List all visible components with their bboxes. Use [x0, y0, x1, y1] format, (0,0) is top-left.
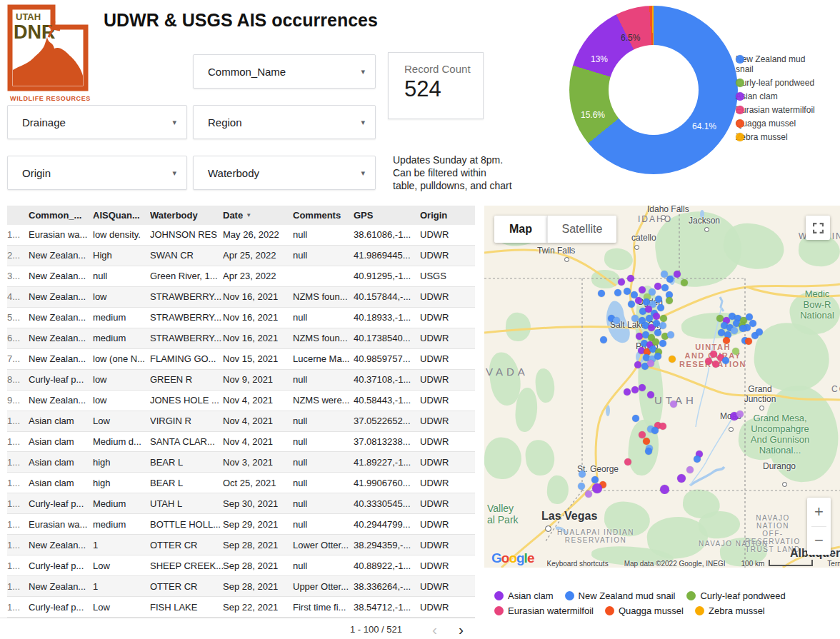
map-data-point[interactable]: [591, 476, 599, 483]
column-header[interactable]: Date▼: [223, 210, 293, 221]
map-data-point[interactable]: [643, 438, 650, 445]
filter-common-name[interactable]: Common_Name ▾: [193, 54, 376, 89]
donut-legend-item[interactable]: Eurasian watermilfoil: [736, 105, 840, 115]
map-data-point[interactable]: [667, 331, 674, 338]
table-row[interactable]: 8...Curly-leaf p...lowGREEN RNov 9, 2021…: [7, 370, 475, 391]
map-data-point[interactable]: [669, 356, 676, 363]
map-data-point[interactable]: [749, 320, 756, 327]
column-header[interactable]: Common_...: [29, 210, 93, 221]
map-data-point[interactable]: [600, 336, 607, 343]
map-data-point[interactable]: [585, 490, 592, 498]
map-data-point[interactable]: [657, 304, 664, 311]
map-data-point[interactable]: [646, 315, 653, 322]
table-row[interactable]: 1...Eurasian wa...mediumBOTTLE HOLL...Se…: [7, 514, 475, 535]
table-row[interactable]: 1...New Zealan...1OTTER CRSep 28, 2021Up…: [7, 576, 475, 597]
map-data-point[interactable]: [639, 384, 646, 391]
occurrences-map[interactable]: IDAHOIdaho FallsJacksoncatelloTwin Falls…: [484, 206, 840, 568]
map-data-point[interactable]: [732, 348, 739, 355]
map-data-point[interactable]: [618, 278, 625, 286]
map-data-point[interactable]: [670, 401, 677, 408]
map-data-point[interactable]: [756, 328, 763, 336]
donut-legend-item[interactable]: Zebra mussel: [736, 132, 840, 142]
map-zoom-control[interactable]: + −: [807, 498, 831, 555]
map-data-point[interactable]: [723, 337, 730, 344]
zoom-out-button[interactable]: −: [807, 527, 831, 555]
map-data-point[interactable]: [579, 471, 586, 478]
map-data-point[interactable]: [694, 456, 701, 463]
map-data-point[interactable]: [631, 386, 639, 393]
google-logo[interactable]: Google: [491, 550, 534, 566]
map-data-point[interactable]: [666, 297, 673, 304]
map-data-point[interactable]: [598, 290, 605, 297]
map-data-point[interactable]: [710, 351, 717, 358]
map-data-point[interactable]: [627, 275, 634, 282]
map-data-point[interactable]: [705, 358, 712, 365]
filter-drainage[interactable]: Drainage ▾: [7, 105, 187, 139]
map-data-point[interactable]: [654, 283, 661, 290]
map-type-satellite-button[interactable]: Satellite: [547, 216, 616, 243]
donut-legend-item[interactable]: Asian clam: [736, 91, 840, 101]
map-legend-item[interactable]: Zebra mussel: [695, 605, 765, 616]
common-name-donut-chart[interactable]: 64.1%15.6%13%6.5%: [569, 6, 738, 174]
filter-origin[interactable]: Origin ▾: [7, 156, 187, 190]
map-data-point[interactable]: [686, 466, 694, 473]
map-data-point[interactable]: [624, 458, 631, 466]
terms-of-use-link[interactable]: Terms of Use: [827, 560, 840, 568]
table-row[interactable]: 1...Asian clamLowVIRGIN RNov 4, 2021null…: [7, 411, 475, 432]
map-data-point[interactable]: [659, 340, 666, 347]
map-data-point[interactable]: [677, 474, 686, 483]
map-data-point[interactable]: [739, 325, 746, 332]
map-data-point[interactable]: [634, 361, 641, 368]
column-header[interactable]: Origin: [420, 210, 475, 221]
donut-legend-item[interactable]: Curly-leaf pondweed: [736, 78, 840, 88]
next-page-icon[interactable]: ›: [459, 622, 464, 637]
map-legend-item[interactable]: Quagga mussel: [605, 605, 684, 616]
table-row[interactable]: 1...Asian clamMedium d...SANTA CLAR...No…: [7, 432, 475, 453]
map-legend-item[interactable]: Eurasian watermilfoil: [494, 605, 594, 616]
map-data-point[interactable]: [635, 297, 642, 304]
map-data-point[interactable]: [731, 327, 738, 334]
table-row[interactable]: 1...Asian clamhighBEAR LNov 3, 2021null4…: [7, 452, 475, 473]
table-row[interactable]: 1...Curly-leaf p...LowSHEEP CREEK...Sep …: [7, 555, 475, 576]
table-row[interactable]: 2...New Zealan...HighSWAN CRApr 25, 2022…: [7, 246, 475, 266]
map-data-point[interactable]: [624, 288, 631, 295]
fullscreen-button[interactable]: [806, 216, 830, 240]
table-row[interactable]: 4...New Zealan...lowSTRAWBERRY...Nov 16,…: [7, 287, 475, 308]
map-data-point[interactable]: [661, 284, 669, 291]
map-data-point[interactable]: [674, 271, 681, 278]
table-row[interactable]: 1...Eurasian wa...low density.JOHNSON RE…: [7, 225, 475, 246]
map-data-point[interactable]: [631, 315, 639, 322]
map-data-point[interactable]: [736, 411, 744, 418]
donut-legend-item[interactable]: Quagga mussel: [736, 119, 840, 129]
column-header[interactable]: Comments: [293, 210, 354, 221]
map-data-point[interactable]: [613, 317, 620, 324]
table-row[interactable]: 6...New Zealan...mediumSTRAWBERRY...Nov …: [7, 328, 475, 349]
column-header[interactable]: Waterbody: [150, 210, 223, 221]
filter-waterbody[interactable]: Waterbody ▾: [193, 156, 376, 190]
table-row[interactable]: 3...New Zealan...nullGreen River, 1...Ap…: [7, 266, 475, 287]
table-row[interactable]: 5...New Zealan...mediumSTRAWBERRY...Nov …: [7, 308, 475, 328]
table-row[interactable]: 1...New Zealan...1OTTER CRSep 28, 2021Lo…: [7, 535, 475, 555]
map-data-point[interactable]: [654, 353, 661, 360]
map-data-point[interactable]: [659, 322, 666, 329]
map-data-point[interactable]: [722, 357, 729, 364]
map-data-point[interactable]: [647, 391, 654, 398]
map-data-point[interactable]: [712, 361, 719, 368]
map-data-point[interactable]: [659, 423, 666, 430]
map-data-point[interactable]: [628, 301, 635, 308]
table-row[interactable]: 1...Curly-leaf p...MediumUTAH LSep 30, 2…: [7, 493, 475, 514]
table-row[interactable]: 1...Curly-leaf p...LowFISH LAKESep 22, 2…: [7, 597, 475, 618]
map-legend-item[interactable]: New Zealand mud snail: [565, 590, 676, 601]
map-data-point[interactable]: [647, 360, 654, 367]
map-legend-item[interactable]: Asian clam: [494, 590, 554, 601]
map-data-point[interactable]: [639, 286, 646, 293]
map-data-point[interactable]: [578, 483, 585, 490]
map-data-point[interactable]: [660, 485, 669, 494]
table-row[interactable]: 7...New Zealan...low (one N...FLAMING GO…: [7, 349, 475, 370]
table-row[interactable]: 1...Asian clamhighBEAR LOct 25, 2021null…: [7, 473, 475, 493]
column-header[interactable]: AISQuan...: [93, 210, 150, 221]
map-data-point[interactable]: [624, 388, 631, 396]
previous-page-icon[interactable]: ‹: [432, 622, 437, 637]
map-data-point[interactable]: [653, 313, 660, 320]
donut-legend-item[interactable]: New Zealand mud snail: [736, 54, 840, 74]
